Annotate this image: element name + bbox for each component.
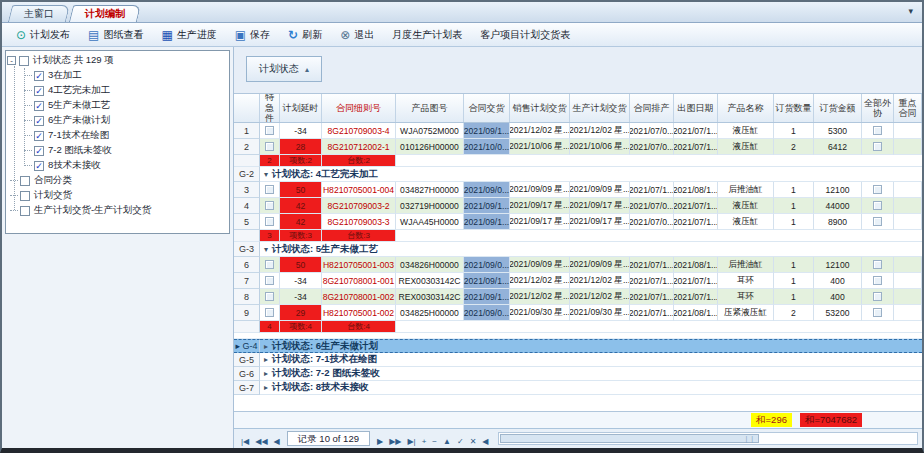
sales-due-cell[interactable]: 2021/09/09 星... — [510, 182, 570, 198]
contract-due-cell[interactable]: 2021/09/1... — [464, 273, 510, 289]
checkbox[interactable]: ✓ — [34, 161, 44, 171]
key-contract-cell[interactable] — [894, 257, 922, 273]
contract-sched-cell[interactable]: 2021/07/0... — [630, 139, 674, 155]
amount-cell[interactable]: 12100 — [814, 182, 862, 198]
contract-due-cell[interactable]: 2021/09/0... — [464, 305, 510, 321]
contract-detail-cell[interactable]: 8G210709003-4 — [322, 123, 396, 139]
product-name-cell[interactable]: 液压缸 — [718, 139, 774, 155]
amount-cell[interactable]: 5300 — [814, 123, 862, 139]
amount-cell[interactable]: 44000 — [814, 198, 862, 214]
contract-sched-cell[interactable]: 2021/07/1... — [630, 182, 674, 198]
urgent-checkbox[interactable] — [265, 142, 274, 151]
contract-sched-cell[interactable]: 2021/07/0... — [630, 123, 674, 139]
group-row-label-cell[interactable]: ▸计划状态: 7-1技术在绘图 — [260, 353, 922, 367]
contract-detail-cell[interactable]: H8210705001-004 — [322, 182, 396, 198]
group-row-label-cell[interactable]: ▸计划状态: 6生产未做计划 — [260, 339, 922, 353]
drawing-date-cell[interactable]: 2021/08/1... — [674, 257, 718, 273]
key-contract-cell[interactable] — [894, 273, 922, 289]
drawing-date-cell[interactable]: 2021/07/1... — [674, 289, 718, 305]
column-header-prod-plan-delivery[interactable]: 生产计划交货 — [570, 94, 630, 122]
checkbox[interactable] — [19, 56, 29, 66]
prod-due-cell[interactable]: 2021/09/09 星... — [570, 257, 630, 273]
group-collapse-icon[interactable]: ▾ — [264, 170, 268, 179]
checkbox[interactable]: ✓ — [34, 86, 44, 96]
sales-due-cell[interactable]: 2021/09/30 星... — [510, 305, 570, 321]
row-number[interactable]: 7 — [234, 273, 260, 289]
tree-item-2[interactable]: 生产计划交货-生产计划交货 — [7, 203, 228, 218]
urgent-checkbox[interactable] — [265, 292, 274, 301]
drawing-no-cell[interactable]: REX00303142C — [396, 289, 464, 305]
tab-plan-edit[interactable]: 计划编制 — [69, 5, 141, 22]
checkbox[interactable]: ✓ — [34, 71, 44, 81]
sales-due-cell[interactable]: 2021/10/06 星... — [510, 139, 570, 155]
qty-cell[interactable]: 1 — [774, 214, 814, 230]
group-collapse-icon[interactable]: ▾ — [264, 245, 268, 254]
tree-item-status-2[interactable]: ✓5生产未做工艺 — [7, 98, 228, 113]
product-name-cell[interactable]: 后推油缸 — [718, 257, 774, 273]
group-row-g-4[interactable]: ▸ G-4▸计划状态: 6生产未做计划 — [234, 339, 922, 353]
group-expand-icon[interactable]: ▸ — [264, 355, 268, 364]
qty-cell[interactable]: 1 — [774, 198, 814, 214]
key-contract-cell[interactable] — [894, 198, 922, 214]
contract-detail-cell[interactable]: 8G210709003-2 — [322, 198, 396, 214]
prod-due-cell[interactable]: 2021/12/02 星... — [570, 123, 630, 139]
contract-detail-cell[interactable]: H8210705001-002 — [322, 305, 396, 321]
key-contract-cell[interactable] — [894, 139, 922, 155]
urgent-checkbox[interactable] — [265, 217, 274, 226]
contract-due-cell[interactable]: 2021/09/1... — [464, 123, 510, 139]
nav-prev-page-button[interactable]: ◀◀ — [252, 435, 270, 448]
group-expand-icon[interactable]: ▸ — [264, 369, 268, 378]
drawing-view-button[interactable]: ▤图纸查看 — [79, 25, 152, 45]
nav-insert-button[interactable]: + — [419, 435, 430, 448]
outsourced-checkbox[interactable] — [873, 126, 882, 135]
scrollbar-thumb[interactable]: | | — [500, 434, 759, 443]
sales-due-cell[interactable]: 2021/12/02 星... — [510, 289, 570, 305]
tab-main-window[interactable]: 主窗口 — [8, 5, 70, 22]
urgent-checkbox[interactable] — [265, 276, 274, 285]
sales-due-cell[interactable]: 2021/09/17 星... — [510, 214, 570, 230]
drawing-date-cell[interactable]: 2021/07/1... — [674, 123, 718, 139]
refresh-button[interactable]: ↻刷新 — [279, 25, 331, 45]
sales-due-cell[interactable]: 2021/09/09 星... — [510, 257, 570, 273]
drawing-date-cell[interactable]: 2021/08/1... — [674, 182, 718, 198]
product-name-cell[interactable]: 液压缸 — [718, 198, 774, 214]
row-number[interactable]: 9 — [234, 305, 260, 321]
qty-cell[interactable]: 1 — [774, 273, 814, 289]
prod-due-cell[interactable]: 2021/10/06 星... — [570, 139, 630, 155]
nav-cancel-button[interactable]: ✕ — [467, 435, 480, 448]
drawing-no-cell[interactable]: WJAA45H0000 — [396, 214, 464, 230]
product-name-cell[interactable]: 液压缸 — [718, 123, 774, 139]
nav-first-button[interactable]: |◀ — [238, 435, 252, 448]
row-number[interactable]: 8 — [234, 289, 260, 305]
drawing-no-cell[interactable]: 032719H00000 — [396, 198, 464, 214]
row-number[interactable]: 6 — [234, 257, 260, 273]
outsourced-checkbox[interactable] — [873, 276, 882, 285]
prod-due-cell[interactable]: 2021/12/02 星... — [570, 289, 630, 305]
checkbox[interactable]: ✓ — [34, 116, 44, 126]
nav-prev-button[interactable]: ◀ — [271, 435, 283, 448]
tabstrip-dropdown-icon[interactable]: ▾ — [908, 6, 913, 16]
plan-publish-button[interactable]: ⊙计划发布 — [7, 25, 79, 45]
qty-cell[interactable]: 1 — [774, 257, 814, 273]
plan-delay-cell[interactable]: 50 — [280, 257, 322, 273]
drawing-date-cell[interactable]: 2021/07/1... — [674, 198, 718, 214]
contract-due-cell[interactable]: 2021/10/0... — [464, 139, 510, 155]
group-row-label-cell[interactable]: ▸计划状态: 8技术未接收 — [260, 381, 922, 395]
sales-due-cell[interactable]: 2021/09/17 星... — [510, 198, 570, 214]
drawing-no-cell[interactable]: REX00303142C — [396, 273, 464, 289]
contract-due-cell[interactable]: 2021/09/1... — [464, 198, 510, 214]
urgent-checkbox[interactable] — [265, 126, 274, 135]
qty-cell[interactable]: 1 — [774, 289, 814, 305]
drawing-no-cell[interactable]: 034827H00000 — [396, 182, 464, 198]
urgent-checkbox[interactable] — [265, 260, 274, 269]
column-header-plan-delay[interactable]: 计划延时 — [280, 94, 322, 122]
drawing-no-cell[interactable]: 034825H00000 — [396, 305, 464, 321]
key-contract-cell[interactable] — [894, 123, 922, 139]
amount-cell[interactable]: 12100 — [814, 257, 862, 273]
contract-sched-cell[interactable]: 2021/07/1... — [630, 257, 674, 273]
amount-cell[interactable]: 8900 — [814, 214, 862, 230]
group-row-label-cell[interactable]: ▾计划状态: 5生产未做工艺 — [260, 242, 922, 257]
group-expand-icon[interactable]: ▸ — [264, 383, 268, 392]
plan-delay-cell[interactable]: 29 — [280, 305, 322, 321]
column-header-all-outsourced[interactable]: 全部外协 — [862, 94, 894, 122]
